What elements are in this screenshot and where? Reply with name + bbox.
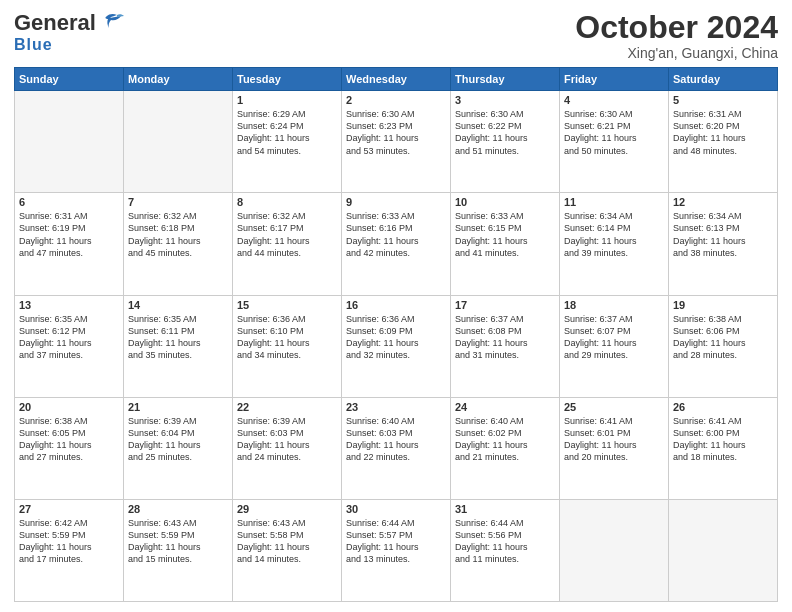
weekday-header: Friday (560, 68, 669, 91)
day-number: 18 (564, 299, 664, 311)
calendar-cell-line: and 50 minutes. (564, 145, 664, 157)
calendar-cell-line: Sunrise: 6:31 AM (673, 108, 773, 120)
calendar-cell-line: Sunset: 6:18 PM (128, 222, 228, 234)
calendar-cell-line: Sunset: 6:16 PM (346, 222, 446, 234)
day-number: 17 (455, 299, 555, 311)
calendar-cell-line: Sunrise: 6:39 AM (128, 415, 228, 427)
calendar-cell-line: and 35 minutes. (128, 349, 228, 361)
calendar-cell-line: Sunrise: 6:38 AM (19, 415, 119, 427)
calendar-cell: 5Sunrise: 6:31 AMSunset: 6:20 PMDaylight… (669, 91, 778, 193)
day-number: 2 (346, 94, 446, 106)
day-number: 10 (455, 196, 555, 208)
calendar-cell-line: Sunrise: 6:32 AM (128, 210, 228, 222)
calendar-cell: 9Sunrise: 6:33 AMSunset: 6:16 PMDaylight… (342, 193, 451, 295)
calendar-cell-line: and 42 minutes. (346, 247, 446, 259)
calendar-cell-line: Daylight: 11 hours (128, 439, 228, 451)
calendar-cell-line: Daylight: 11 hours (564, 337, 664, 349)
calendar-cell (124, 91, 233, 193)
calendar-cell-line: Daylight: 11 hours (237, 541, 337, 553)
calendar-cell: 15Sunrise: 6:36 AMSunset: 6:10 PMDayligh… (233, 295, 342, 397)
day-number: 23 (346, 401, 446, 413)
calendar-cell-line: Daylight: 11 hours (237, 235, 337, 247)
calendar-cell: 17Sunrise: 6:37 AMSunset: 6:08 PMDayligh… (451, 295, 560, 397)
calendar-cell-line: Daylight: 11 hours (128, 235, 228, 247)
calendar-cell-line: and 44 minutes. (237, 247, 337, 259)
calendar-cell-line: and 25 minutes. (128, 451, 228, 463)
day-number: 30 (346, 503, 446, 515)
calendar-cell: 2Sunrise: 6:30 AMSunset: 6:23 PMDaylight… (342, 91, 451, 193)
calendar-cell-line: Sunrise: 6:39 AM (237, 415, 337, 427)
weekday-header: Sunday (15, 68, 124, 91)
weekday-header: Saturday (669, 68, 778, 91)
day-number: 14 (128, 299, 228, 311)
calendar-cell-line: Daylight: 11 hours (19, 337, 119, 349)
calendar-cell-line: Sunset: 6:13 PM (673, 222, 773, 234)
calendar-cell-line: Daylight: 11 hours (346, 541, 446, 553)
header: General Blue October 2024 Xing'an, Guang… (14, 10, 778, 61)
logo-blue: Blue (14, 36, 53, 54)
calendar-cell-line: Sunset: 5:59 PM (128, 529, 228, 541)
calendar-cell: 18Sunrise: 6:37 AMSunset: 6:07 PMDayligh… (560, 295, 669, 397)
calendar-cell-line: Daylight: 11 hours (673, 235, 773, 247)
day-number: 8 (237, 196, 337, 208)
day-number: 13 (19, 299, 119, 311)
calendar-cell: 3Sunrise: 6:30 AMSunset: 6:22 PMDaylight… (451, 91, 560, 193)
calendar-cell-line: Daylight: 11 hours (455, 132, 555, 144)
calendar-cell-line: Sunrise: 6:33 AM (455, 210, 555, 222)
calendar-cell: 1Sunrise: 6:29 AMSunset: 6:24 PMDaylight… (233, 91, 342, 193)
calendar-cell: 29Sunrise: 6:43 AMSunset: 5:58 PMDayligh… (233, 499, 342, 601)
calendar-cell: 27Sunrise: 6:42 AMSunset: 5:59 PMDayligh… (15, 499, 124, 601)
logo-general: General (14, 10, 96, 36)
calendar-cell: 23Sunrise: 6:40 AMSunset: 6:03 PMDayligh… (342, 397, 451, 499)
calendar-cell-line: Sunrise: 6:43 AM (237, 517, 337, 529)
calendar-table: SundayMondayTuesdayWednesdayThursdayFrid… (14, 67, 778, 602)
day-number: 12 (673, 196, 773, 208)
calendar-cell-line: Sunrise: 6:35 AM (19, 313, 119, 325)
calendar-cell-line: and 41 minutes. (455, 247, 555, 259)
calendar-cell-line: Sunrise: 6:40 AM (455, 415, 555, 427)
calendar-cell-line: and 17 minutes. (19, 553, 119, 565)
location: Xing'an, Guangxi, China (575, 45, 778, 61)
day-number: 28 (128, 503, 228, 515)
day-number: 7 (128, 196, 228, 208)
calendar-cell-line: and 34 minutes. (237, 349, 337, 361)
calendar-cell-line: Sunrise: 6:44 AM (455, 517, 555, 529)
calendar-cell-line: Sunrise: 6:34 AM (564, 210, 664, 222)
day-number: 16 (346, 299, 446, 311)
calendar-cell-line: and 11 minutes. (455, 553, 555, 565)
calendar-cell (560, 499, 669, 601)
calendar-cell: 21Sunrise: 6:39 AMSunset: 6:04 PMDayligh… (124, 397, 233, 499)
calendar-cell-line: Daylight: 11 hours (564, 132, 664, 144)
calendar-cell: 25Sunrise: 6:41 AMSunset: 6:01 PMDayligh… (560, 397, 669, 499)
calendar-cell-line: and 53 minutes. (346, 145, 446, 157)
calendar-cell: 11Sunrise: 6:34 AMSunset: 6:14 PMDayligh… (560, 193, 669, 295)
weekday-header: Monday (124, 68, 233, 91)
calendar-cell-line: Sunset: 6:05 PM (19, 427, 119, 439)
month-title: October 2024 (575, 10, 778, 45)
calendar-cell-line: Daylight: 11 hours (673, 337, 773, 349)
day-number: 11 (564, 196, 664, 208)
calendar-cell-line: and 29 minutes. (564, 349, 664, 361)
calendar-cell-line: and 13 minutes. (346, 553, 446, 565)
calendar-cell-line: Sunrise: 6:30 AM (564, 108, 664, 120)
calendar-cell: 6Sunrise: 6:31 AMSunset: 6:19 PMDaylight… (15, 193, 124, 295)
calendar-cell-line: Sunrise: 6:30 AM (346, 108, 446, 120)
day-number: 19 (673, 299, 773, 311)
calendar-cell: 19Sunrise: 6:38 AMSunset: 6:06 PMDayligh… (669, 295, 778, 397)
calendar-cell-line: and 48 minutes. (673, 145, 773, 157)
calendar-cell-line: and 15 minutes. (128, 553, 228, 565)
calendar-cell (15, 91, 124, 193)
calendar-cell-line: and 27 minutes. (19, 451, 119, 463)
calendar-cell: 8Sunrise: 6:32 AMSunset: 6:17 PMDaylight… (233, 193, 342, 295)
day-number: 15 (237, 299, 337, 311)
weekday-header: Thursday (451, 68, 560, 91)
calendar-cell-line: Daylight: 11 hours (673, 132, 773, 144)
calendar-cell-line: and 24 minutes. (237, 451, 337, 463)
day-number: 1 (237, 94, 337, 106)
calendar-cell-line: Sunset: 6:22 PM (455, 120, 555, 132)
weekday-header: Wednesday (342, 68, 451, 91)
day-number: 31 (455, 503, 555, 515)
calendar-cell: 4Sunrise: 6:30 AMSunset: 6:21 PMDaylight… (560, 91, 669, 193)
calendar-cell-line: Daylight: 11 hours (19, 439, 119, 451)
calendar-cell (669, 499, 778, 601)
